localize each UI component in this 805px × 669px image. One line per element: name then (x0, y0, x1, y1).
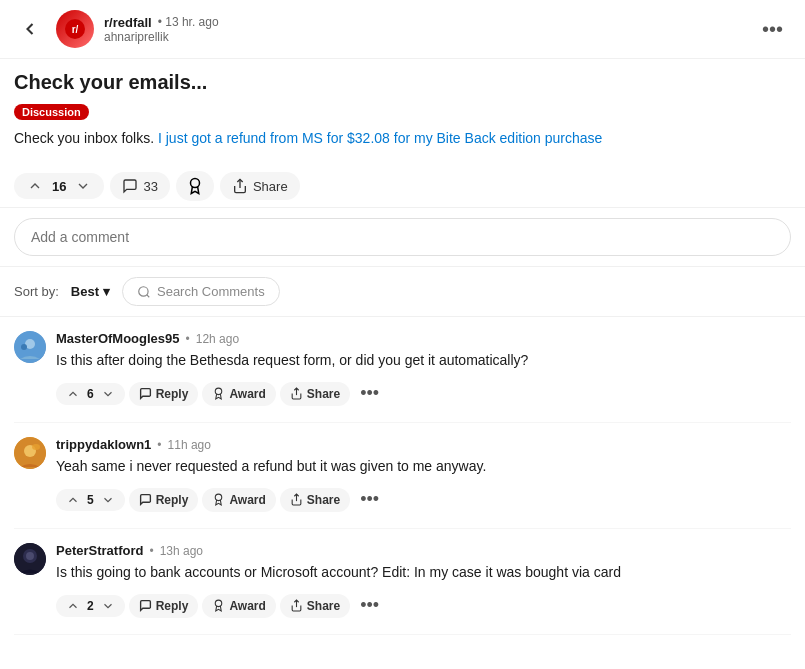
comment-text: Is this after doing the Bethesda request… (56, 350, 791, 371)
header: r/ r/redfall • 13 hr. ago ahnariprellik … (0, 0, 805, 59)
comment-more-button[interactable]: ••• (354, 485, 385, 514)
avatar (14, 543, 46, 575)
share-label: Share (253, 179, 288, 194)
svg-text:r/: r/ (72, 24, 79, 35)
comment-vote-group: 6 (56, 383, 125, 405)
svg-point-2 (190, 179, 199, 188)
svg-point-19 (216, 600, 223, 607)
header-meta: r/redfall • 13 hr. ago ahnariprellik (104, 15, 219, 44)
share-button[interactable]: Share (220, 172, 300, 200)
vote-count: 16 (48, 179, 70, 194)
comments-section: MasterOfMoogles95 • 12h ago Is this afte… (0, 317, 805, 635)
comment-vote-group: 2 (56, 595, 125, 617)
avatar (14, 437, 46, 469)
comment-upvote-button[interactable] (64, 493, 82, 507)
comment-time: 13h ago (160, 544, 203, 558)
comment-author: MasterOfMoogles95 (56, 331, 180, 346)
comment-input-section (0, 208, 805, 267)
reply-button[interactable]: Reply (129, 488, 199, 512)
post-section: Check your emails... Discussion Check yo… (0, 59, 805, 165)
comment-vote-group: 5 (56, 489, 125, 511)
flair-badge: Discussion (14, 104, 89, 120)
award-button[interactable]: Award (202, 488, 275, 512)
reply-label: Reply (156, 599, 189, 613)
award-label: Award (229, 493, 265, 507)
share-button[interactable]: Share (280, 488, 350, 512)
post-body: Check you inbox folks. I just got a refu… (14, 128, 791, 149)
comment-more-button[interactable]: ••• (354, 591, 385, 620)
comment-author: trippydaklown1 (56, 437, 151, 452)
reply-button[interactable]: Reply (129, 382, 199, 406)
reply-label: Reply (156, 387, 189, 401)
post-author: ahnariprellik (104, 30, 219, 44)
sort-value: Best (71, 284, 99, 299)
downvote-button[interactable] (72, 178, 94, 194)
sort-bar: Sort by: Best ▾ Search Comments (0, 267, 805, 317)
sort-select[interactable]: Best ▾ (71, 284, 110, 299)
comment-upvote-button[interactable] (64, 599, 82, 613)
reply-button[interactable]: Reply (129, 594, 199, 618)
comment-more-button[interactable]: ••• (354, 379, 385, 408)
upvote-button[interactable] (24, 178, 46, 194)
table-row: trippydaklown1 • 11h ago Yeah same i nev… (14, 423, 791, 529)
award-button[interactable] (176, 171, 214, 201)
table-row: MasterOfMoogles95 • 12h ago Is this afte… (14, 317, 791, 423)
comment-time: 12h ago (196, 332, 239, 346)
comment-count: 33 (143, 179, 157, 194)
svg-point-18 (26, 552, 34, 560)
post-body-link[interactable]: I just got a refund from MS for $32.08 f… (158, 130, 602, 146)
comment-downvote-button[interactable] (99, 599, 117, 613)
comments-button[interactable]: 33 (110, 172, 169, 200)
search-comments-button[interactable]: Search Comments (122, 277, 280, 306)
comment-time: 11h ago (168, 438, 211, 452)
comment-actions: 6 Reply (56, 379, 791, 408)
comment-content: MasterOfMoogles95 • 12h ago Is this afte… (56, 331, 791, 408)
award-label: Award (229, 387, 265, 401)
comment-downvote-button[interactable] (99, 493, 117, 507)
svg-point-9 (216, 388, 223, 395)
comment-vote-count: 6 (84, 387, 97, 401)
svg-point-13 (32, 444, 40, 450)
comment-header: PeterStratford • 13h ago (56, 543, 791, 558)
comment-input[interactable] (14, 218, 791, 256)
svg-point-8 (21, 344, 27, 350)
post-time: • 13 hr. ago (158, 15, 219, 29)
share-label: Share (307, 387, 340, 401)
share-button[interactable]: Share (280, 594, 350, 618)
action-bar: 16 33 Share (0, 165, 805, 208)
more-options-button[interactable]: ••• (754, 14, 791, 45)
svg-line-5 (147, 294, 150, 297)
vote-group: 16 (14, 173, 104, 199)
comment-vote-count: 2 (84, 599, 97, 613)
sort-label: Sort by: (14, 284, 59, 299)
back-button[interactable] (14, 13, 46, 45)
share-button[interactable]: Share (280, 382, 350, 406)
header-left: r/ r/redfall • 13 hr. ago ahnariprellik (14, 10, 219, 48)
award-label: Award (229, 599, 265, 613)
post-title: Check your emails... (14, 69, 791, 95)
subreddit-name: r/redfall (104, 15, 152, 30)
reply-label: Reply (156, 493, 189, 507)
comment-content: trippydaklown1 • 11h ago Yeah same i nev… (56, 437, 791, 514)
comment-header: trippydaklown1 • 11h ago (56, 437, 791, 452)
comment-downvote-button[interactable] (99, 387, 117, 401)
share-label: Share (307, 493, 340, 507)
chevron-down-icon: ▾ (103, 284, 110, 299)
subreddit-avatar: r/ (56, 10, 94, 48)
comment-header: MasterOfMoogles95 • 12h ago (56, 331, 791, 346)
comment-author: PeterStratford (56, 543, 143, 558)
search-comments-label: Search Comments (157, 284, 265, 299)
comment-actions: 2 Reply (56, 591, 791, 620)
award-button[interactable]: Award (202, 594, 275, 618)
avatar (14, 331, 46, 363)
share-label: Share (307, 599, 340, 613)
award-button[interactable]: Award (202, 382, 275, 406)
search-icon (137, 285, 151, 299)
comment-upvote-button[interactable] (64, 387, 82, 401)
svg-point-14 (216, 494, 223, 501)
comment-vote-count: 5 (84, 493, 97, 507)
comment-text: Is this going to bank accounts or Micros… (56, 562, 791, 583)
comment-text: Yeah same i never requested a refund but… (56, 456, 791, 477)
table-row: PeterStratford • 13h ago Is this going t… (14, 529, 791, 635)
svg-point-4 (139, 286, 148, 295)
